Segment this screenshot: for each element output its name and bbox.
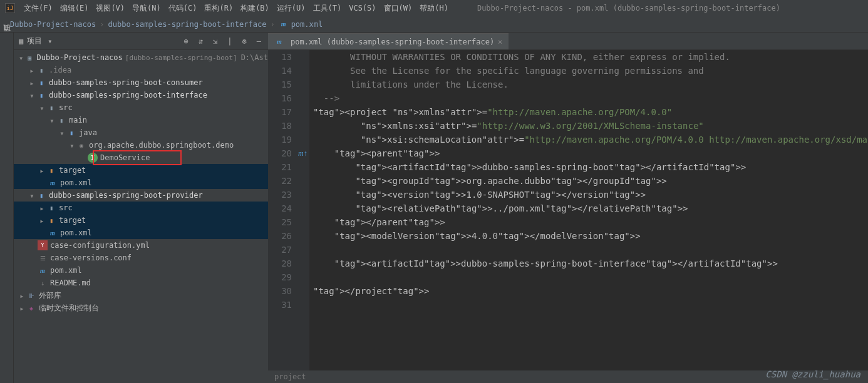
code-editor[interactable]: 13141516171819202122232425262728293031 m… <box>268 50 868 370</box>
watermark: CSDN @zzuli_huahua <box>765 369 860 379</box>
app-logo-icon <box>5 3 15 13</box>
tree-item-interface[interactable]: ▮dubbo-samples-spring-boot-interface <box>14 89 268 101</box>
sidebar-header: ▦ 项目 ▾ ⊕ ⇵ ⇲ | ⚙ — <box>14 33 268 50</box>
chevron-right-icon: › <box>100 20 104 29</box>
editor-gutter: m↑ <box>297 50 309 370</box>
tree-item-casevers[interactable]: ☰case-versions.conf <box>14 252 268 264</box>
tree-item-src[interactable]: ▮src <box>14 101 268 114</box>
line-numbers: 13141516171819202122232425262728293031 <box>268 50 297 370</box>
title-bar: 文件(F) 编辑(E) 视图(V) 导航(N) 代码(C) 重构(R) 构建(B… <box>0 0 868 16</box>
package-icon: ◉ <box>76 140 86 150</box>
module-icon: ▮ <box>36 190 46 200</box>
menu-view[interactable]: 视图(V) <box>92 3 128 14</box>
menu-build[interactable]: 构建(B) <box>237 3 273 14</box>
tree-item-extlib[interactable]: ⊪外部库 <box>14 289 268 302</box>
close-icon[interactable]: × <box>498 38 502 46</box>
tree-item-provider-pom[interactable]: mpom.xml <box>14 227 268 239</box>
tree-item-demoservice[interactable]: IDemoService <box>14 151 268 164</box>
tree-root[interactable]: ▣Dubbo-Project-nacos[dubbo-samples-sprin… <box>14 51 268 64</box>
scratch-icon: ◈ <box>26 303 36 313</box>
tree-item-pom-interface[interactable]: mpom.xml <box>14 176 268 189</box>
project-tree[interactable]: ▣Dubbo-Project-nacos[dubbo-samples-sprin… <box>14 50 268 383</box>
menu-refactor[interactable]: 重构(R) <box>200 3 237 14</box>
maven-icon: m <box>48 178 58 188</box>
menu-run[interactable]: 运行(U) <box>273 3 309 14</box>
tree-item-provider-target[interactable]: ▮target <box>14 214 268 227</box>
tree-item-caseyml[interactable]: Ycase-configuration.yml <box>14 239 268 252</box>
divider-icon: | <box>225 37 234 46</box>
tree-item-root-pom[interactable]: mpom.xml <box>14 264 268 277</box>
tree-item-readme[interactable]: ↓README.md <box>14 277 268 289</box>
folder-icon: ▮ <box>56 115 66 125</box>
editor-tab-pom[interactable]: m pom.xml (dubbo-samples-spring-boot-int… <box>268 33 509 49</box>
menu-file[interactable]: 文件(F) <box>20 3 56 14</box>
file-icon: ☰ <box>38 253 48 263</box>
tree-item-provider-src[interactable]: ▮src <box>14 202 268 214</box>
menu-window[interactable]: 窗口(W) <box>380 3 416 14</box>
gear-icon[interactable]: ⚙ <box>240 37 249 46</box>
breadcrumb: Dubbo-Project-nacos › dubbo-samples-spri… <box>0 16 868 33</box>
editor-tab-label: pom.xml (dubbo-samples-spring-boot-inter… <box>291 38 494 46</box>
tree-item-idea[interactable]: ▮.idea <box>14 64 268 76</box>
editor-tab-bar: m pom.xml (dubbo-samples-spring-boot-int… <box>268 33 868 50</box>
menu-vcs[interactable]: VCS(S) <box>345 4 380 13</box>
sidebar-title: 项目 <box>27 36 42 46</box>
tree-item-main[interactable]: ▮main <box>14 114 268 126</box>
maven-icon: m <box>279 19 289 29</box>
menu-edit[interactable]: 编辑(E) <box>56 3 93 14</box>
menu-tools[interactable]: 工具(T) <box>309 3 346 14</box>
tree-item-package[interactable]: ◉org.apache.dubbo.springboot.demo <box>14 139 268 151</box>
breadcrumb-item[interactable]: Dubbo-Project-nacos <box>10 20 96 29</box>
menu-help[interactable]: 帮助(H) <box>416 3 452 14</box>
code-text[interactable]: WITHOUT WARRANTIES OR CONDITIONS OF ANY … <box>309 50 868 370</box>
source-folder-icon: ▮ <box>66 128 76 138</box>
expand-icon[interactable]: ⇵ <box>197 37 205 46</box>
maven-icon: m <box>274 37 284 47</box>
tool-window-bar: 项目 <box>0 33 14 383</box>
locate-icon[interactable]: ⊕ <box>182 37 190 46</box>
editor-area: m pom.xml (dubbo-samples-spring-boot-int… <box>268 33 868 383</box>
tree-item-provider[interactable]: ▮dubbo-samples-spring-boot-provider <box>14 189 268 202</box>
tree-item-target[interactable]: ▮target <box>14 164 268 176</box>
window-title: Dubbo-Project-nacos - pom.xml (dubbo-sam… <box>477 4 780 13</box>
tree-item-scratch[interactable]: ◈临时文件和控制台 <box>14 302 268 314</box>
maven-gutter-icon[interactable]: m↑ <box>298 146 308 160</box>
project-icon: ▣ <box>25 53 34 63</box>
maven-icon: m <box>38 265 48 275</box>
module-icon: ▮ <box>36 78 46 88</box>
module-icon: ▮ <box>36 90 46 100</box>
folder-icon: ▮ <box>46 203 56 213</box>
yaml-icon: Y <box>38 240 48 250</box>
project-tool-tab[interactable]: 项目 <box>0 33 14 43</box>
interface-icon: I <box>88 153 98 163</box>
menu-code[interactable]: 代码(C) <box>165 3 201 14</box>
folder-icon: ▮ <box>46 103 56 113</box>
maven-icon: m <box>48 228 58 238</box>
target-folder-icon: ▮ <box>46 215 56 225</box>
hide-icon[interactable]: — <box>255 37 263 46</box>
tree-item-consumer[interactable]: ▮dubbo-samples-spring-boot-consumer <box>14 76 268 89</box>
tree-item-java[interactable]: ▮java <box>14 126 268 139</box>
menu-navigate[interactable]: 导航(N) <box>128 3 165 14</box>
collapse-icon[interactable]: ⇲ <box>211 37 219 46</box>
folder-icon: ▮ <box>36 65 46 75</box>
breadcrumb-item[interactable]: dubbo-samples-spring-boot-interface <box>108 20 267 29</box>
dropdown-icon[interactable]: ▾ <box>46 37 54 46</box>
sidebar-view-icon[interactable]: ▦ <box>19 37 23 46</box>
markdown-icon: ↓ <box>38 278 48 288</box>
target-folder-icon: ▮ <box>46 165 56 175</box>
library-icon: ⊪ <box>26 290 36 300</box>
project-sidebar: ▦ 项目 ▾ ⊕ ⇵ ⇲ | ⚙ — ▣Dubbo-Project-nacos[… <box>14 33 268 383</box>
breadcrumb-item[interactable]: pom.xml <box>291 20 323 29</box>
chevron-right-icon: › <box>270 20 274 29</box>
